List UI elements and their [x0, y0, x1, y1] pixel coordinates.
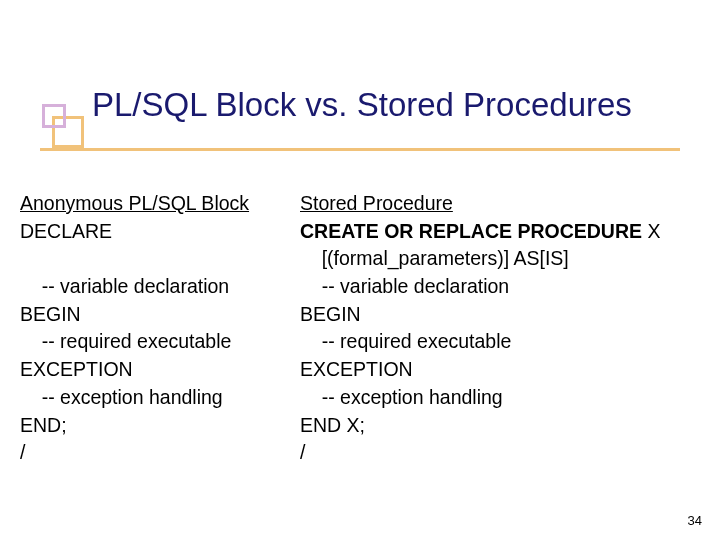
code-text: X [642, 220, 660, 242]
code-line: -- required executable [20, 328, 290, 356]
code-line: -- exception handling [20, 384, 290, 412]
code-line [20, 245, 290, 273]
left-column: Anonymous PL/SQL Block DECLARE -- variab… [20, 190, 290, 467]
slide-number: 34 [688, 513, 702, 528]
slide-title: PL/SQL Block vs. Stored Procedures [92, 86, 632, 124]
right-column: Stored Procedure CREATE OR REPLACE PROCE… [300, 190, 720, 467]
code-line: EXCEPTION [20, 356, 290, 384]
title-bullet-icon [42, 104, 86, 148]
code-line: DECLARE [20, 218, 290, 246]
title-underline [40, 148, 680, 151]
code-line: END; [20, 412, 290, 440]
code-line: BEGIN [300, 301, 720, 329]
code-line: BEGIN [20, 301, 290, 329]
right-heading: Stored Procedure [300, 190, 720, 218]
code-line: / [20, 439, 290, 467]
code-line: -- variable declaration [300, 273, 720, 301]
code-line: END X; [300, 412, 720, 440]
left-heading: Anonymous PL/SQL Block [20, 190, 290, 218]
code-line: -- required executable [300, 328, 720, 356]
code-line: CREATE OR REPLACE PROCEDURE X [300, 218, 720, 246]
code-line: EXCEPTION [300, 356, 720, 384]
code-line: -- exception handling [300, 384, 720, 412]
keyword-bold: CREATE OR REPLACE PROCEDURE [300, 220, 642, 242]
code-line: / [300, 439, 720, 467]
code-line: [(formal_parameters)] AS[IS] [300, 245, 720, 273]
code-line: -- variable declaration [20, 273, 290, 301]
